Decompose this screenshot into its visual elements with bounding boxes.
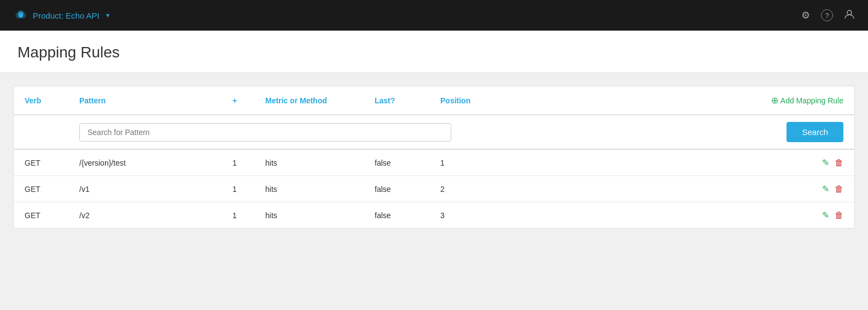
- cell-last: false: [375, 185, 440, 194]
- nav-icons: ⚙ ?: [801, 9, 855, 22]
- page-title: Mapping Rules: [18, 44, 850, 61]
- svg-point-3: [19, 13, 24, 18]
- delete-icon[interactable]: 🗑: [835, 184, 843, 194]
- search-button-wrapper: Search: [528, 122, 843, 142]
- cell-plus: 1: [232, 185, 265, 194]
- cell-plus: 1: [232, 211, 265, 220]
- cell-actions: ✎ 🗑: [528, 157, 843, 168]
- edit-icon[interactable]: ✎: [822, 184, 829, 194]
- cell-pattern: /{version}/test: [79, 159, 232, 167]
- cell-pattern: /v2: [79, 211, 232, 220]
- svg-point-4: [847, 10, 852, 15]
- search-button[interactable]: Search: [787, 122, 843, 142]
- search-row: Search: [14, 115, 854, 150]
- mapping-rules-table-card: Verb Pattern + Metric or Method Last? Po…: [13, 86, 855, 229]
- delete-icon[interactable]: 🗑: [835, 210, 843, 220]
- cell-verb: GET: [25, 159, 79, 167]
- cell-pattern: /v1: [79, 185, 232, 194]
- cell-position: 2: [440, 185, 528, 194]
- cell-verb: GET: [25, 211, 79, 220]
- user-icon[interactable]: [844, 9, 855, 22]
- col-position: Position: [440, 96, 528, 105]
- page-header: Mapping Rules: [0, 31, 868, 73]
- add-rule-label: Add Mapping Rule: [780, 96, 843, 105]
- cell-plus: 1: [232, 159, 265, 167]
- cell-position: 3: [440, 211, 528, 220]
- cell-actions: ✎ 🗑: [528, 184, 843, 194]
- table-header: Verb Pattern + Metric or Method Last? Po…: [14, 86, 854, 115]
- cell-metric: hits: [265, 159, 375, 167]
- main-content: Verb Pattern + Metric or Method Last? Po…: [0, 73, 868, 310]
- chevron-down-icon: ▾: [106, 11, 109, 19]
- cell-last: false: [375, 159, 440, 167]
- settings-icon[interactable]: ⚙: [801, 9, 810, 21]
- table-row: GET /v1 1 hits false 2 ✎ 🗑: [14, 176, 854, 202]
- product-selector[interactable]: Product: Echo API ▾: [13, 8, 109, 23]
- col-verb: Verb: [25, 96, 79, 105]
- table-row: GET /{version}/test 1 hits false 1 ✎ 🗑: [14, 150, 854, 176]
- search-input-wrapper: [79, 123, 528, 142]
- add-mapping-rule-button[interactable]: ⊕ Add Mapping Rule: [771, 95, 843, 106]
- col-plus: +: [232, 96, 265, 105]
- cell-metric: hits: [265, 211, 375, 220]
- col-metric: Metric or Method: [265, 96, 375, 105]
- cell-metric: hits: [265, 185, 375, 194]
- col-pattern: Pattern: [79, 96, 232, 105]
- help-icon[interactable]: ?: [821, 9, 833, 21]
- cell-actions: ✎ 🗑: [528, 210, 843, 220]
- product-title: Product: Echo API: [33, 11, 100, 20]
- cell-position: 1: [440, 159, 528, 167]
- top-navigation: Product: Echo API ▾ ⚙ ?: [0, 0, 868, 31]
- edit-icon[interactable]: ✎: [822, 210, 829, 220]
- col-last: Last?: [375, 96, 440, 105]
- product-icon: [13, 8, 28, 23]
- table-row: GET /v2 1 hits false 3 ✎ 🗑: [14, 202, 854, 228]
- plus-circle-icon: ⊕: [771, 95, 778, 106]
- edit-icon[interactable]: ✎: [822, 157, 829, 168]
- cell-verb: GET: [25, 185, 79, 194]
- delete-icon[interactable]: 🗑: [835, 158, 843, 168]
- search-input[interactable]: [79, 123, 451, 142]
- table-body: GET /{version}/test 1 hits false 1 ✎ 🗑 G…: [14, 150, 854, 228]
- cell-last: false: [375, 211, 440, 220]
